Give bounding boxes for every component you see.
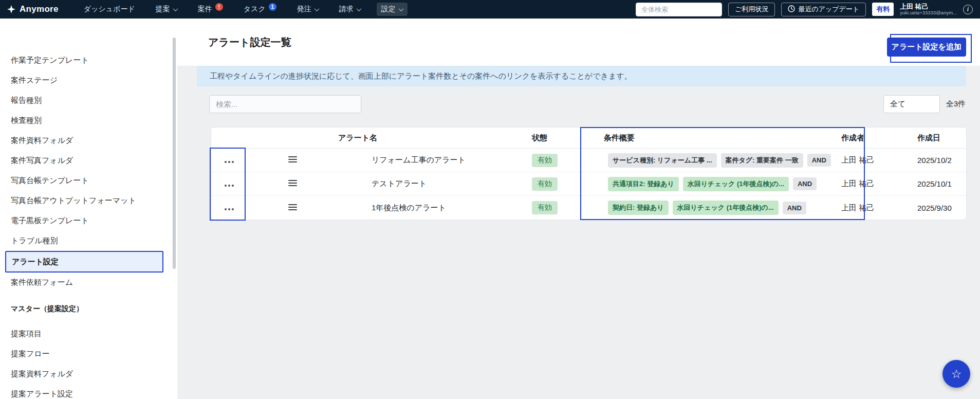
alert-row: テストアラート有効共通項目2: 登録あり水回りチェック (1年後点検)の...A…	[211, 172, 966, 196]
nav-item-cases[interactable]: 案件!	[193, 3, 228, 16]
app-body: 作業予定テンプレート案件ステージ報告種別検査種別案件資料フォルダ案件写真フォルダ…	[0, 19, 980, 399]
header-actions	[211, 128, 252, 149]
sidebar-item[interactable]: 提案項目	[0, 324, 177, 344]
nav-item-orders[interactable]: 発注	[292, 3, 323, 16]
created-date: 2025/10/2	[910, 149, 966, 172]
usage-status-button[interactable]: ご利用状況	[728, 3, 775, 16]
settings-sidebar: 作業予定テンプレート案件ステージ報告種別検査種別案件資料フォルダ案件写真フォルダ…	[0, 19, 177, 399]
top-navigation: Anymore ダッシュボード提案案件!タスク1発注請求設定 ご利用状況 最近の…	[0, 0, 980, 19]
author: 上田 祐己	[833, 149, 910, 172]
sidebar-item[interactable]: 検査種別	[0, 111, 177, 131]
total-count-label: 全3件	[946, 99, 966, 109]
created-date: 2025/9/30	[910, 196, 966, 220]
header-conditions: 条件概要	[597, 128, 833, 149]
sidebar-item[interactable]: 提案資料フォルダ	[0, 364, 177, 384]
created-date: 2025/10/1	[910, 172, 966, 196]
drag-handle-icon[interactable]	[288, 178, 297, 188]
sparkle-icon	[7, 5, 15, 13]
status-badge: 有効	[532, 201, 558, 214]
brand-logo[interactable]: Anymore	[7, 4, 59, 14]
add-alert-setting-button[interactable]: アラート設定を追加	[887, 38, 966, 57]
condition-chips: 契約日: 登録あり水回りチェック (1年後点検)の...AND	[608, 201, 806, 215]
nav-badge: 1	[269, 3, 276, 11]
info-icon[interactable]: i	[963, 5, 973, 14]
sidebar-item[interactable]: 提案フロー	[0, 344, 177, 364]
status-filter-select[interactable]: 全て	[883, 95, 940, 113]
alert-row: 1年後点検のアラート有効契約日: 登録あり水回りチェック (1年後点検)の...…	[211, 196, 966, 220]
recent-updates-button[interactable]: 最近のアップデート	[781, 3, 866, 16]
sidebar-item[interactable]: 電子黒板テンプレート	[0, 211, 177, 231]
condition-chip: 水回りチェック (1年後点検)の...	[683, 177, 789, 191]
sidebar-item[interactable]: 写真台帳アウトプットフォーマット	[0, 191, 177, 211]
main-nav: ダッシュボード提案案件!タスク1発注請求設定	[79, 3, 408, 16]
main-content: アラート設定一覧 アラート設定を追加 工程やタイムラインの進捗状況に応じて、画面…	[177, 19, 980, 399]
header-date: 作成日	[910, 128, 966, 149]
condition-chip: 契約日: 登録あり	[608, 201, 669, 215]
table-header-row: アラート名 状態 条件概要 作成者 作成日	[211, 128, 966, 149]
info-banner-text: 工程やタイムラインの進捗状況に応じて、画面上部にアラート案件数とその案件へのリン…	[210, 71, 632, 81]
nav-item-label: 請求	[339, 5, 354, 14]
author: 上田 祐己	[833, 172, 910, 196]
alert-name: テストアラート	[325, 172, 525, 196]
user-name: 上田 祐己	[900, 3, 957, 10]
sidebar-item[interactable]: 案件資料フォルダ	[0, 131, 177, 151]
author: 上田 祐己	[833, 196, 910, 220]
condition-chip: AND	[793, 177, 817, 190]
condition-chip: AND	[783, 202, 806, 214]
nav-item-tasks[interactable]: タスク1	[239, 3, 281, 16]
nav-item-label: 発注	[297, 5, 311, 14]
alert-name: 1年後点検のアラート	[325, 196, 525, 220]
user-menu[interactable]: 上田 祐己 yuki.ueta+33333@anym...	[900, 3, 957, 16]
condition-chip: サービス種別: リフォーム工事 ...	[608, 153, 717, 168]
sidebar-item[interactable]: 提案アラート設定	[0, 384, 177, 399]
sidebar-item[interactable]: トラブル種別	[0, 231, 177, 251]
nav-item-dashboard[interactable]: ダッシュボード	[79, 3, 140, 16]
row-menu-button[interactable]	[223, 159, 235, 165]
chevron-down-icon	[314, 6, 319, 11]
nav-item-proposals[interactable]: 提案	[151, 3, 182, 16]
global-search-input[interactable]	[636, 3, 722, 16]
sidebar-scrollbar[interactable]	[173, 38, 176, 269]
nav-item-settings[interactable]: 設定	[377, 3, 408, 16]
nav-item-label: 設定	[381, 5, 396, 14]
plan-badge: 有料	[872, 3, 894, 16]
nav-item-label: 提案	[156, 5, 170, 14]
sidebar-section-header: マスター（提案設定）	[11, 301, 177, 316]
sidebar-item[interactable]: 作業予定テンプレート	[0, 50, 177, 70]
row-menu-button[interactable]	[223, 206, 235, 212]
drag-handle-icon[interactable]	[288, 203, 297, 212]
header-drag	[252, 128, 325, 149]
status-badge: 有効	[532, 177, 558, 191]
user-email: yuki.ueta+33333@anym...	[900, 10, 957, 15]
sidebar-section-list: 提案項目提案フロー提案資料フォルダ提案アラート設定	[0, 324, 177, 399]
condition-chip: 案件タグ: 重要案件 一致	[721, 153, 803, 168]
condition-chip: AND	[807, 154, 831, 167]
row-menu-button[interactable]	[223, 183, 235, 189]
info-banner: 工程やタイムラインの進捗状況に応じて、画面上部にアラート案件数とその案件へのリン…	[197, 66, 966, 86]
floating-star-button[interactable]: ☆	[942, 360, 970, 388]
sidebar-item[interactable]: 写真台帳テンプレート	[0, 171, 177, 191]
chevron-down-icon	[398, 6, 403, 11]
chevron-down-icon	[356, 6, 361, 11]
brand-name: Anymore	[20, 4, 59, 14]
nav-item-billing[interactable]: 請求	[335, 3, 365, 16]
sidebar-item[interactable]: 案件依頼フォーム	[0, 273, 177, 293]
page-title: アラート設定一覧	[208, 35, 291, 49]
sidebar-item[interactable]: 案件写真フォルダ	[0, 151, 177, 171]
table-toolbar: 全て 全3件	[209, 95, 966, 113]
nav-right-group: ご利用状況 最近のアップデート 有料 上田 祐己 yuki.ueta+33333…	[636, 3, 973, 16]
alert-name: リフォーム工事のアラート	[325, 149, 525, 172]
nav-item-label: ダッシュボード	[84, 5, 135, 14]
drag-handle-icon[interactable]	[288, 155, 297, 164]
sidebar-item-alert-settings[interactable]: アラート設定	[5, 251, 163, 273]
alert-row: リフォーム工事のアラート有効サービス種別: リフォーム工事 ...案件タグ: 重…	[211, 149, 966, 172]
condition-chips: サービス種別: リフォーム工事 ...案件タグ: 重要案件 一致AND	[608, 153, 831, 168]
sidebar-item[interactable]: 報告種別	[0, 90, 177, 111]
table-search-input[interactable]	[209, 95, 361, 113]
nav-item-label: タスク	[244, 5, 266, 14]
recent-updates-label: 最近のアップデート	[798, 5, 859, 14]
header-author: 作成者	[833, 128, 910, 149]
sidebar-item[interactable]: 案件ステージ	[0, 70, 177, 90]
header-status: 状態	[525, 128, 597, 149]
status-badge: 有効	[532, 154, 558, 167]
